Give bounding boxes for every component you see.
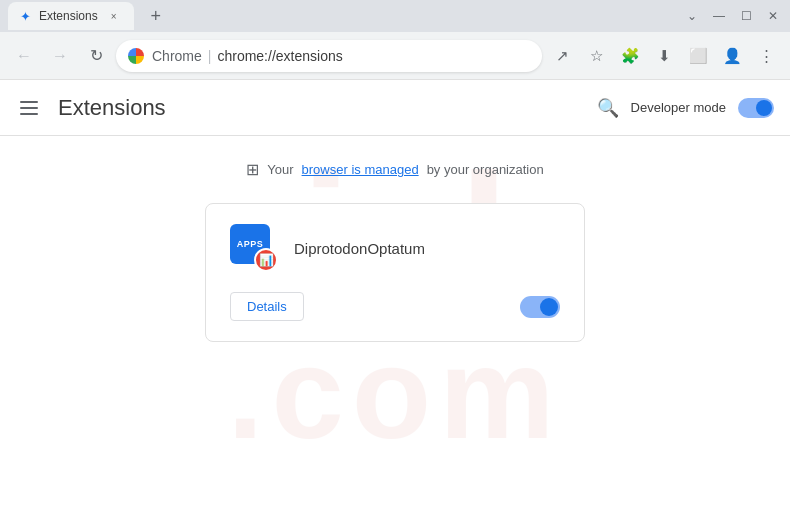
nav-actions: ↗ ☆ 🧩 ⬇ ⬜ 👤 ⋮ (546, 40, 782, 72)
overlay-icon-symbol: 📊 (259, 253, 274, 267)
download-button[interactable]: ⬇ (648, 40, 680, 72)
extension-card: APPS 📊 DiprotodonOptatum Details (205, 203, 585, 342)
address-text: Chrome | chrome://extensions (152, 48, 343, 64)
search-icon[interactable]: 🔍 (597, 97, 619, 119)
extension-name: DiprotodonOptatum (294, 240, 425, 257)
chevron-down-icon[interactable]: ⌄ (683, 7, 701, 25)
active-tab[interactable]: ✦ Extensions × (8, 2, 134, 30)
extension-enable-toggle[interactable] (520, 296, 560, 318)
back-button[interactable]: ← (8, 40, 40, 72)
title-bar-left: ✦ Extensions × + (8, 2, 170, 30)
address-separator: | (208, 48, 212, 64)
extension-overlay-icon: 📊 (254, 248, 278, 272)
extensions-top-right: 🔍 Developer mode (597, 97, 774, 119)
forward-button[interactable]: → (44, 40, 76, 72)
toggle-knob (756, 100, 772, 116)
hamburger-line-1 (20, 101, 38, 103)
tab-extension-icon: ✦ (20, 9, 31, 24)
details-button[interactable]: Details (230, 292, 304, 321)
hamburger-line-2 (20, 107, 38, 109)
managed-suffix: by your organization (427, 162, 544, 177)
bookmark-button[interactable]: ☆ (580, 40, 612, 72)
page-title: Extensions (58, 95, 581, 121)
new-tab-button[interactable]: + (142, 2, 170, 30)
managed-link[interactable]: browser is managed (302, 162, 419, 177)
extension-card-header: APPS 📊 DiprotodonOptatum (230, 224, 560, 272)
menu-button[interactable]: ⋮ (750, 40, 782, 72)
extension-card-footer: Details (230, 292, 560, 321)
address-brand: Chrome (152, 48, 202, 64)
address-bar[interactable]: Chrome | chrome://extensions (116, 40, 542, 72)
close-button[interactable]: ✕ (764, 7, 782, 25)
title-bar: ✦ Extensions × + ⌄ — ☐ ✕ (0, 0, 790, 32)
title-bar-right: ⌄ — ☐ ✕ (683, 7, 782, 25)
profile-button[interactable]: 👤 (716, 40, 748, 72)
hamburger-line-3 (20, 113, 38, 115)
extensions-page: Extensions 🔍 Developer mode ⊞ Your brows… (0, 80, 790, 525)
tab-grid-button[interactable]: ⬜ (682, 40, 714, 72)
tab-close-button[interactable]: × (106, 8, 122, 24)
extension-icon-text: APPS (237, 239, 264, 249)
developer-mode-label: Developer mode (631, 100, 726, 115)
managed-message: ⊞ Your browser is managed by your organi… (32, 160, 758, 179)
extension-toggle-knob (540, 298, 558, 316)
tab-label: Extensions (39, 9, 98, 23)
extensions-content: ⊞ Your browser is managed by your organi… (0, 136, 790, 366)
extension-icon: APPS 📊 (230, 224, 278, 272)
extensions-top-bar: Extensions 🔍 Developer mode (0, 80, 790, 136)
minimize-button[interactable]: — (709, 7, 729, 25)
hamburger-menu[interactable] (16, 97, 42, 119)
managed-icon: ⊞ (246, 160, 259, 179)
maximize-button[interactable]: ☐ (737, 7, 756, 25)
share-button[interactable]: ↗ (546, 40, 578, 72)
managed-prefix: Your (267, 162, 293, 177)
address-url: chrome://extensions (217, 48, 342, 64)
chrome-logo-icon (128, 48, 144, 64)
extensions-button[interactable]: 🧩 (614, 40, 646, 72)
developer-mode-toggle[interactable] (738, 98, 774, 118)
nav-bar: ← → ↻ Chrome | chrome://extensions ↗ ☆ 🧩… (0, 32, 790, 80)
refresh-button[interactable]: ↻ (80, 40, 112, 72)
page: risk .com Extensions 🔍 Developer mode (0, 80, 790, 525)
